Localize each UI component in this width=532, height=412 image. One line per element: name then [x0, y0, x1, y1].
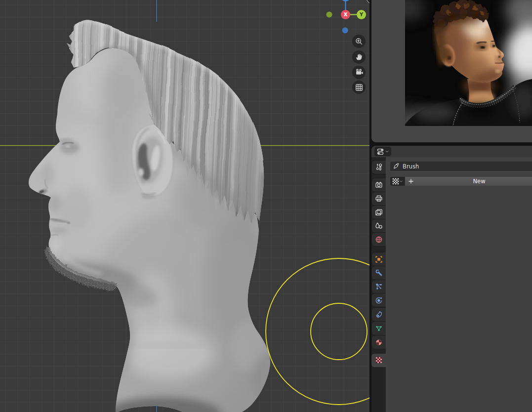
zoom-button[interactable] [352, 35, 366, 48]
icon-viewlayer [375, 208, 383, 216]
plus-icon [408, 178, 414, 184]
tab-material[interactable] [372, 335, 386, 349]
icon-physics [375, 296, 383, 304]
navigation-gizmo[interactable]: X Y [319, 0, 369, 40]
brush-icon [392, 163, 400, 170]
properties-editor[interactable]: Brush New [371, 146, 532, 412]
tab-constraints[interactable] [372, 308, 386, 321]
camera-view-button[interactable] [352, 66, 366, 79]
icon-particles [375, 283, 383, 290]
tab-render[interactable] [372, 178, 386, 192]
properties-header [371, 146, 532, 157]
properties-tab-strip [371, 157, 386, 412]
reference-photo [405, 0, 532, 126]
gizmo-x-label: X [344, 12, 348, 17]
grid-ortho-icon [355, 83, 364, 92]
tab-modifiers[interactable] [372, 266, 386, 280]
icon-output [375, 195, 383, 203]
new-texture-button[interactable]: New [405, 177, 532, 186]
tab-world[interactable] [372, 233, 386, 246]
gizmo-axis-z-neg[interactable] [342, 28, 348, 34]
properties-main-area: Brush New [386, 157, 532, 412]
icon-world [375, 236, 383, 244]
tab-tool[interactable] [372, 161, 386, 174]
pan-button[interactable] [352, 50, 366, 64]
tab-scene[interactable] [372, 219, 386, 233]
icon-modifiers [375, 269, 383, 277]
tab-physics[interactable] [372, 293, 386, 307]
icon-constraints [375, 311, 383, 319]
icon-scene [375, 222, 383, 230]
pan-hand-icon [355, 52, 364, 61]
texture-checker-icon [392, 178, 399, 185]
editor-type-button[interactable] [374, 147, 391, 156]
zoom-icon [355, 37, 364, 46]
camera-icon [355, 68, 364, 77]
image-editor[interactable] [371, 0, 532, 142]
chevron-down-icon [399, 179, 403, 183]
new-texture-label: New [473, 178, 485, 185]
gizmo-y-label: Y [359, 12, 364, 17]
brush-panel-header[interactable]: Brush [390, 162, 532, 171]
tab-particles[interactable] [372, 280, 386, 293]
icon-texture [375, 356, 383, 364]
tab-output[interactable] [372, 192, 386, 206]
tab-texture[interactable] [371, 354, 386, 367]
icon-material [375, 338, 383, 346]
gizmo-axis-y-neg[interactable] [327, 12, 332, 18]
tab-view-layer[interactable] [372, 206, 386, 219]
tab-object[interactable] [372, 252, 386, 266]
viewport-scene [0, 0, 369, 412]
icon-tool [375, 163, 383, 171]
icon-object [375, 255, 383, 263]
icon-render [375, 181, 383, 189]
grid-ortho-button[interactable] [352, 81, 366, 94]
properties-editor-icon [376, 148, 384, 156]
brush-panel-label: Brush [403, 163, 419, 170]
icon-data [375, 325, 383, 332]
chevron-down-icon [385, 149, 389, 154]
tab-object-data[interactable] [372, 322, 386, 335]
3d-viewport[interactable]: X Y [0, 0, 369, 412]
browse-texture-button[interactable] [390, 177, 405, 186]
texture-datablock-row: New [390, 177, 532, 186]
